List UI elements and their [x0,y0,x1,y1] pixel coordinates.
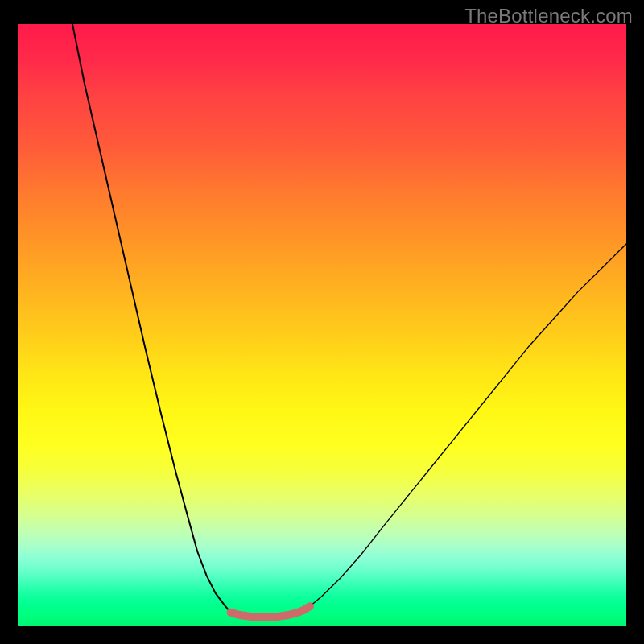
curve-left-branch [72,24,231,613]
chart-stage: TheBottleneck.com [0,0,644,644]
plot-area [18,24,626,626]
watermark-text: TheBottleneck.com [464,5,633,27]
curve-trough-highlight [231,606,310,617]
curve-right-branch [310,244,626,606]
curve-overlay [18,24,626,626]
